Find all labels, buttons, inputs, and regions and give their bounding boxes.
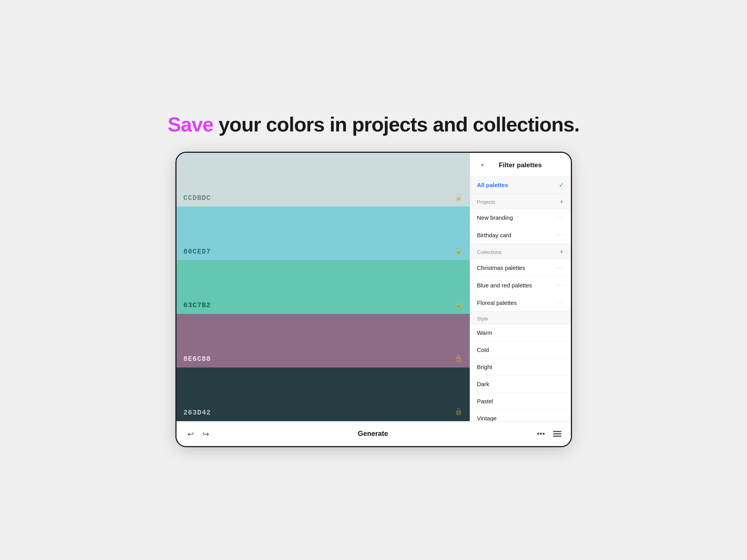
styles-list: Warm Cold Bright Dark Pastel Vintage Mon…	[470, 324, 571, 421]
collections-label: Collections	[477, 249, 502, 255]
lock-icon[interactable]: 🔒	[454, 192, 463, 201]
collection-item[interactable]: Christmas palettes ···	[470, 259, 571, 276]
device-frame: CCDBDC 🔒 80CED7 🔒 63C7B2 🔒 8E6C88 🔒 263D…	[175, 152, 572, 447]
filter-panel: × Filter palettes All palettes ✓ Project…	[470, 153, 571, 421]
palette-area: CCDBDC 🔒 80CED7 🔒 63C7B2 🔒 8E6C88 🔒 263D…	[177, 153, 470, 421]
collections-add-icon[interactable]: +	[560, 248, 564, 256]
app-content: CCDBDC 🔒 80CED7 🔒 63C7B2 🔒 8E6C88 🔒 263D…	[177, 153, 571, 421]
style-item[interactable]: Dark	[470, 376, 571, 393]
bottom-bar: ↩ ↪ Generate •••	[177, 421, 571, 446]
page-headline: Save your colors in projects and collect…	[168, 113, 579, 136]
hex-label: 8E6C88	[184, 355, 211, 363]
panel-header: × Filter palettes	[470, 153, 571, 177]
headline-highlight: Save	[168, 113, 213, 136]
hex-label: 80CED7	[184, 248, 211, 256]
project-dots-menu[interactable]: ···	[556, 214, 563, 221]
style-label-item: Dark	[477, 381, 490, 387]
color-swatch-63c7b2[interactable]: 63C7B2 🔒	[177, 260, 470, 314]
collection-label: Blue and red palettes	[477, 282, 532, 289]
collections-list: Christmas palettes ··· Blue and red pale…	[470, 259, 571, 312]
more-options-button[interactable]: •••	[535, 428, 546, 440]
style-label-item: Pastel	[477, 398, 493, 404]
color-swatch-263d42[interactable]: 263D42 🔒	[177, 368, 470, 421]
color-swatch-80ced7[interactable]: 80CED7 🔒	[177, 206, 470, 260]
all-palettes-label: All palettes	[477, 182, 508, 188]
collection-dots-menu[interactable]: ···	[556, 299, 563, 306]
projects-list: New branding ··· Birthday card ···	[470, 209, 571, 244]
lock-icon[interactable]: 🔒	[454, 407, 463, 416]
style-item[interactable]: Vintage	[470, 410, 571, 421]
collection-dots-menu[interactable]: ···	[556, 282, 563, 289]
project-label: New branding	[477, 214, 513, 221]
style-item[interactable]: Bright	[470, 359, 571, 376]
collection-item[interactable]: Floreal palettes ···	[470, 294, 571, 312]
hex-label: 263D42	[184, 409, 211, 416]
style-label-item: Warm	[477, 329, 492, 336]
projects-add-icon[interactable]: +	[560, 198, 564, 206]
color-swatch-ccdbdc[interactable]: CCDBDC 🔒	[177, 153, 470, 206]
projects-label: Projects	[477, 199, 495, 205]
lock-icon[interactable]: 🔒	[454, 354, 463, 362]
style-section-header: Style	[470, 312, 571, 324]
color-swatch-8e6c88[interactable]: 8E6C88 🔒	[177, 314, 470, 368]
style-item[interactable]: Pastel	[470, 393, 571, 410]
collection-label: Floreal palettes	[477, 299, 517, 306]
collections-section-header: Collections +	[470, 244, 571, 259]
style-label: Style	[477, 316, 488, 322]
lock-icon[interactable]: 🔒	[454, 300, 463, 308]
style-item[interactable]: Warm	[470, 324, 571, 341]
style-label-item: Vintage	[477, 415, 497, 421]
hex-label: CCDBDC	[184, 194, 211, 202]
generate-button[interactable]: Generate	[358, 430, 388, 438]
check-icon: ✓	[559, 181, 564, 189]
style-label-item: Cold	[477, 346, 489, 353]
collection-dots-menu[interactable]: ···	[556, 264, 563, 271]
project-item[interactable]: New branding ···	[470, 209, 571, 226]
style-item[interactable]: Cold	[470, 341, 571, 359]
bottom-left-controls: ↩ ↪	[186, 428, 211, 440]
project-label: Birthday card	[477, 232, 511, 238]
redo-button[interactable]: ↪	[201, 428, 211, 440]
bottom-right-controls: •••	[535, 428, 561, 440]
panel-title: Filter palettes	[499, 161, 542, 169]
project-item[interactable]: Birthday card ···	[470, 226, 571, 244]
lock-icon[interactable]: 🔒	[454, 246, 463, 255]
collection-label: Christmas palettes	[477, 264, 525, 271]
bars-icon[interactable]	[553, 431, 562, 437]
close-button[interactable]: ×	[477, 160, 488, 171]
all-palettes-row[interactable]: All palettes ✓	[470, 177, 571, 194]
headline-rest: your colors in projects and collections.	[213, 113, 579, 136]
collection-item[interactable]: Blue and red palettes ···	[470, 276, 571, 294]
hex-label: 63C7B2	[184, 301, 211, 309]
style-label-item: Bright	[477, 364, 492, 370]
projects-section-header: Projects +	[470, 194, 571, 209]
undo-button[interactable]: ↩	[186, 428, 196, 440]
project-dots-menu[interactable]: ···	[556, 231, 563, 238]
